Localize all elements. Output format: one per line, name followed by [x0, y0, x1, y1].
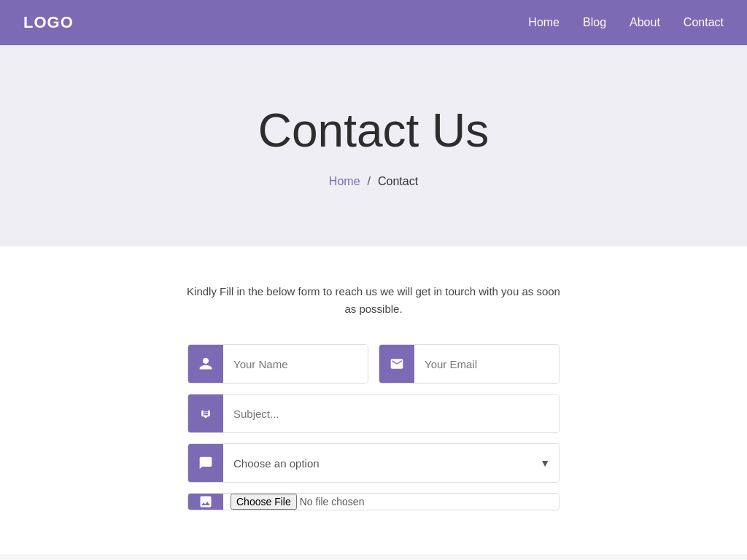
- form-description: Kindly Fill in the below form to reach u…: [184, 283, 563, 318]
- breadcrumb: Home / Contact: [15, 175, 732, 188]
- breadcrumb-separator: /: [368, 175, 371, 188]
- name-input-group: [187, 344, 368, 384]
- select-wrapper: Choose an option General Inquiry Support…: [223, 444, 559, 482]
- image-icon: [188, 494, 223, 510]
- email-input-group: [379, 344, 560, 384]
- email-input[interactable]: [414, 345, 560, 383]
- nav-blog[interactable]: Blog: [583, 16, 606, 29]
- chat-icon: [188, 444, 223, 482]
- logo: LOGO: [23, 13, 74, 32]
- dropdown-group: Choose an option General Inquiry Support…: [187, 443, 560, 483]
- subject-icon: [188, 394, 223, 432]
- option-select[interactable]: Choose an option General Inquiry Support…: [223, 444, 559, 482]
- email-icon: [379, 345, 414, 383]
- nav-about[interactable]: About: [630, 16, 660, 29]
- breadcrumb-home-link[interactable]: Home: [329, 175, 360, 188]
- navbar: LOGO Home Blog About Contact: [0, 0, 747, 45]
- file-input-group: [187, 493, 560, 510]
- file-input[interactable]: [231, 494, 551, 510]
- nav-home[interactable]: Home: [528, 16, 560, 29]
- nav-contact[interactable]: Contact: [684, 16, 724, 29]
- name-input[interactable]: [223, 345, 368, 383]
- user-icon: [188, 345, 223, 383]
- contact-form: Choose an option General Inquiry Support…: [187, 344, 560, 510]
- nav-links: Home Blog About Contact: [528, 16, 724, 29]
- hero-section: Contact Us Home / Contact: [0, 45, 747, 246]
- breadcrumb-current: Contact: [378, 175, 418, 188]
- page-title: Contact Us: [15, 104, 732, 158]
- name-email-row: [187, 344, 560, 384]
- file-wrapper: [223, 494, 559, 510]
- subject-input-group: [187, 394, 560, 433]
- form-section: Kindly Fill in the below form to reach u…: [0, 246, 747, 554]
- subject-input[interactable]: [223, 394, 559, 432]
